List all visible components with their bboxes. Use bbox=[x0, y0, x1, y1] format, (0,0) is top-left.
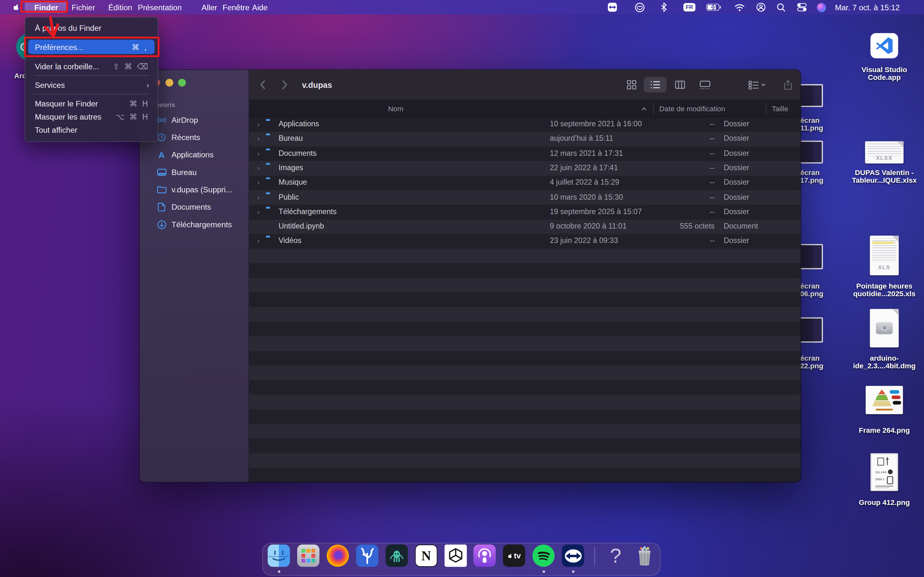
wifi-icon[interactable] bbox=[734, 3, 745, 12]
dock-apple-tv-icon[interactable]: tv bbox=[503, 545, 525, 567]
dock-unity-icon[interactable] bbox=[445, 545, 467, 567]
desktop-label-dmg[interactable]: arduino- ide_2.3....4bit.dmg bbox=[845, 355, 923, 370]
dock-launchpad-icon[interactable] bbox=[297, 545, 319, 567]
menu-item-hide-finder[interactable]: Masquer le Finder ⌘ H bbox=[25, 97, 158, 110]
column-header-date[interactable]: Date de modification bbox=[659, 100, 725, 117]
menu-item-show-all[interactable]: Tout afficher bbox=[25, 123, 158, 136]
frame264-image-icon[interactable] bbox=[866, 386, 903, 414]
file-row-videos[interactable]: › Vidéos 23 juin 2022 à 09:33 -- Dossier bbox=[249, 234, 800, 249]
dock-coral-app-icon[interactable] bbox=[356, 545, 378, 567]
desktop-label-vscode[interactable]: Visual Studio Code.app bbox=[845, 66, 923, 81]
sidebar-item-applications[interactable]: A Applications bbox=[140, 146, 248, 163]
dock-separator bbox=[594, 547, 595, 565]
apple-logo-icon bbox=[12, 3, 21, 12]
column-header-nom[interactable]: Nom bbox=[388, 100, 403, 117]
finder-running-dot bbox=[278, 570, 280, 573]
sidebar-item-bureau[interactable]: Bureau bbox=[140, 163, 248, 181]
desktop-label-xls[interactable]: Pointage heures quotidie...2025.xls bbox=[845, 282, 923, 298]
vscode-logo-icon bbox=[874, 35, 895, 56]
sidebar-item-documents[interactable]: Documents bbox=[140, 198, 248, 216]
apple-menu[interactable] bbox=[12, 0, 21, 15]
submenu-chevron-icon: › bbox=[147, 80, 149, 89]
spotify-running-dot bbox=[542, 570, 545, 573]
spotlight-icon[interactable] bbox=[776, 3, 787, 12]
gallery-view-button[interactable] bbox=[698, 77, 712, 93]
annotation-arrow bbox=[42, 16, 63, 40]
file-row-musique[interactable]: › Musique 4 juillet 2022 à 15:29 -- Doss… bbox=[249, 176, 800, 190]
menubar-item-fichier[interactable]: Fichier bbox=[71, 0, 95, 15]
dock-podcasts-icon[interactable] bbox=[473, 545, 496, 567]
window-title: v.dupas bbox=[302, 70, 332, 101]
desktop-label-frame264[interactable]: Frame 264.png bbox=[845, 427, 923, 434]
icon-view-button[interactable] bbox=[625, 77, 638, 93]
file-row-images[interactable]: › Images 22 juin 2022 à 17:41 -- Dossier bbox=[249, 161, 800, 176]
dock-trash-icon[interactable] bbox=[633, 545, 656, 567]
forward-button[interactable] bbox=[282, 77, 288, 93]
column-view-button[interactable] bbox=[673, 77, 686, 93]
control-center-icon[interactable] bbox=[796, 3, 808, 12]
sidebar-item-telechargements[interactable]: Téléchargements bbox=[140, 216, 248, 233]
file-row-public[interactable]: › Public 10 mars 2020 à 15:30 -- Dossier bbox=[249, 190, 800, 205]
dock-gitkraken-icon[interactable] bbox=[386, 545, 408, 567]
dock-spotify-icon[interactable] bbox=[532, 545, 554, 567]
menubar-item-aide[interactable]: Aide bbox=[252, 0, 268, 15]
desktop-label-xlsx[interactable]: DUPAS Valentin - Tableur...IQUE.xlsx bbox=[845, 169, 923, 184]
dock-finder-icon[interactable] bbox=[268, 545, 290, 567]
dock-help-icon[interactable]: ? bbox=[604, 545, 627, 567]
dock-teamviewer-icon[interactable] bbox=[562, 545, 584, 567]
share-button[interactable] bbox=[782, 77, 795, 93]
xls-highlight bbox=[872, 242, 894, 244]
disclosure-chevron-icon[interactable]: › bbox=[258, 135, 260, 142]
dock-notion-icon[interactable]: N bbox=[415, 545, 437, 567]
disclosure-chevron-icon[interactable]: › bbox=[258, 149, 260, 157]
disclosure-chevron-icon[interactable]: › bbox=[258, 237, 260, 244]
group412-image-icon[interactable]: 111,14m 2650 x bbox=[871, 453, 898, 491]
disclosure-chevron-icon[interactable]: › bbox=[258, 208, 260, 215]
siri-icon[interactable] bbox=[816, 3, 827, 12]
teamviewer-status-icon[interactable] bbox=[607, 3, 618, 12]
menu-item-empty-trash[interactable]: Vider la corbeille... ⇧ ⌘ ⌫ bbox=[25, 60, 158, 73]
disclosure-chevron-icon[interactable]: › bbox=[258, 164, 260, 171]
file-row-untitled-ipynb[interactable]: Untitled.ipynb 9 octobre 2020 à 11:01 55… bbox=[249, 219, 800, 234]
file-row-documents[interactable]: › Documents 12 mars 2021 à 17:31 -- Doss… bbox=[249, 147, 800, 161]
hard-drive-icon bbox=[876, 322, 893, 334]
adobe-creative-cloud-icon[interactable] bbox=[634, 3, 645, 12]
minimize-button[interactable] bbox=[166, 79, 173, 87]
disclosure-chevron-icon[interactable]: › bbox=[258, 179, 260, 186]
menu-item-services[interactable]: Services › bbox=[25, 78, 158, 91]
dmg-file-icon[interactable] bbox=[870, 309, 899, 348]
menu-item-hide-others[interactable]: Masquer les autres ⌥ ⌘ H bbox=[25, 110, 158, 123]
xls-file-icon[interactable]: XLS bbox=[870, 235, 899, 276]
teamviewer-running-dot bbox=[572, 570, 574, 573]
sort-chevron-up-icon[interactable] bbox=[641, 100, 647, 117]
back-button[interactable] bbox=[260, 77, 266, 93]
disclosure-chevron-icon[interactable]: › bbox=[258, 193, 260, 201]
xls-badge: XLS bbox=[870, 264, 899, 271]
menubar-item-fenetre[interactable]: Fenêtre bbox=[223, 0, 250, 15]
file-row-telechargements[interactable]: › Téléchargements 19 septembre 2025 à 15… bbox=[249, 205, 800, 219]
group-by-button[interactable] bbox=[747, 77, 766, 93]
dock-firefox-icon[interactable] bbox=[326, 545, 349, 567]
bluetooth-icon[interactable] bbox=[659, 3, 668, 12]
vscode-app-icon[interactable] bbox=[871, 33, 898, 58]
zoom-button[interactable] bbox=[178, 79, 186, 87]
list-view-button[interactable] bbox=[644, 77, 666, 93]
menu-separator bbox=[34, 94, 149, 95]
menubar-clock[interactable]: Mar. 7 oct. à 15:12 bbox=[835, 0, 900, 15]
user-account-icon[interactable] bbox=[756, 3, 766, 12]
xlsx-badge: XLSX bbox=[865, 155, 903, 161]
disclosure-chevron-icon[interactable]: › bbox=[258, 120, 260, 127]
battery-charging-icon[interactable] bbox=[706, 3, 721, 12]
menubar-item-edition[interactable]: Édition bbox=[108, 0, 132, 15]
input-source-fr-icon[interactable]: FR bbox=[683, 3, 696, 12]
menubar-item-presentation[interactable]: Présentation bbox=[137, 0, 182, 15]
xlsx-file-icon[interactable]: XLSX bbox=[865, 141, 903, 163]
sidebar-item-vdupas-folder[interactable]: v.dupas (Suppri... bbox=[140, 181, 248, 198]
desktop-label-group412[interactable]: Group 412.png bbox=[845, 499, 923, 506]
annotation-box-preferences bbox=[24, 37, 160, 57]
folder-icon bbox=[157, 185, 167, 195]
file-row-applications[interactable]: › Applications 10 septembre 2021 à 16:00… bbox=[249, 117, 800, 132]
column-header-taille[interactable]: Taille bbox=[772, 100, 788, 117]
menubar-item-aller[interactable]: Aller bbox=[202, 0, 217, 15]
file-row-bureau[interactable]: › Bureau aujourd’hui à 15:11 -- Dossier bbox=[249, 132, 800, 147]
